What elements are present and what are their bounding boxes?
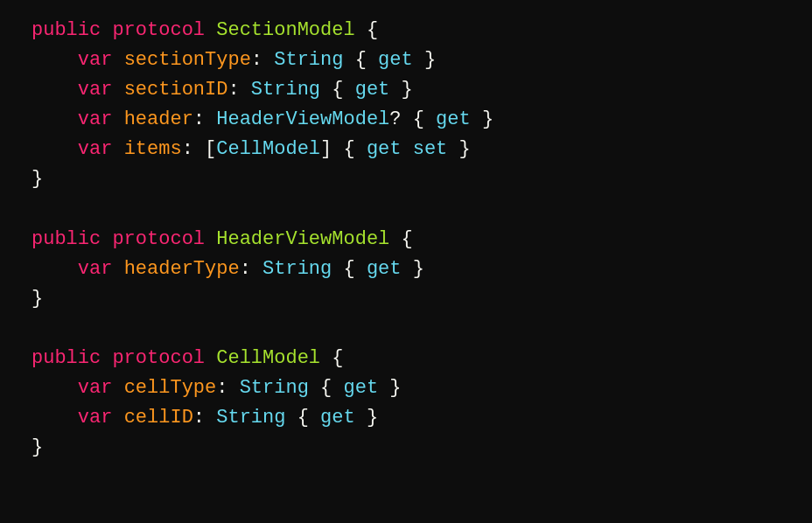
code-line: var cellID: String { get }	[0, 403, 812, 433]
code-token	[205, 344, 216, 373]
code-token: {	[402, 105, 437, 135]
code-token: HeaderViewModel	[216, 105, 389, 135]
code-token: :	[251, 45, 274, 75]
code-token	[101, 16, 112, 45]
code-token: String	[262, 255, 332, 284]
code-token: get	[436, 105, 471, 135]
code-token	[112, 373, 123, 403]
code-token: var	[78, 135, 113, 164]
code-token	[32, 135, 78, 164]
code-token: public	[32, 344, 101, 373]
code-token	[112, 135, 123, 164]
code-token: String	[251, 75, 320, 105]
code-token	[32, 373, 78, 403]
code-line: public protocol SectionModel {	[0, 16, 812, 45]
code-token: String	[240, 373, 309, 403]
code-token: {	[320, 75, 355, 105]
code-token: protocol	[112, 16, 205, 45]
code-token: get	[343, 373, 378, 403]
code-token: }	[32, 433, 43, 463]
code-token: :	[228, 75, 250, 105]
code-token: }	[32, 164, 43, 194]
code-token: {	[320, 344, 343, 373]
code-token	[32, 105, 78, 135]
code-token: {	[285, 403, 320, 433]
code-token: {	[355, 16, 378, 45]
code-line: }	[0, 284, 812, 314]
code-token: }	[378, 373, 401, 403]
code-line: }	[0, 164, 812, 194]
code-token: ?	[389, 105, 401, 135]
code-token: SectionModel	[216, 16, 354, 45]
code-token: sectionType	[124, 45, 251, 75]
code-token	[205, 225, 216, 255]
code-token: var	[78, 45, 113, 75]
code-line: var sectionID: String { get }	[0, 75, 812, 105]
blank-line	[0, 195, 812, 225]
code-line: var header: HeaderViewModel? { get }	[0, 105, 812, 135]
code-token: headerType	[124, 255, 240, 284]
code-token: }	[32, 284, 43, 314]
code-line: public protocol HeaderViewModel {	[0, 225, 812, 255]
code-token: var	[78, 75, 113, 105]
code-token: }	[447, 135, 470, 164]
code-token: get	[320, 403, 355, 433]
code-line: var items: [CellModel] { get set }	[0, 135, 812, 164]
code-token: public	[32, 225, 101, 255]
code-token: items	[124, 135, 182, 164]
code-token: :	[193, 403, 216, 433]
code-token: {	[309, 373, 344, 403]
code-token: var	[78, 373, 113, 403]
code-token: set	[413, 135, 448, 164]
code-token: String	[274, 45, 343, 75]
code-token: var	[78, 255, 113, 284]
code-token	[101, 225, 112, 255]
code-line: var sectionType: String { get }	[0, 45, 812, 75]
code-token: :	[193, 105, 216, 135]
code-token: }	[389, 75, 412, 105]
code-token	[101, 344, 112, 373]
code-token: {	[343, 45, 378, 75]
code-token: get	[355, 75, 390, 105]
code-line: public protocol CellModel {	[0, 344, 812, 373]
code-token: protocol	[112, 344, 205, 373]
code-token: :	[240, 255, 262, 284]
code-token	[32, 403, 78, 433]
code-token: :	[216, 373, 239, 403]
code-token	[402, 135, 413, 164]
code-token	[112, 105, 123, 135]
code-token: HeaderViewModel	[216, 225, 389, 255]
code-token: protocol	[112, 225, 205, 255]
code-token: ] {	[320, 135, 367, 164]
code-line: var headerType: String { get }	[0, 255, 812, 284]
code-token: get	[367, 255, 402, 284]
code-token: CellModel	[216, 344, 320, 373]
code-token: get	[378, 45, 413, 75]
code-token: }	[471, 105, 494, 135]
code-token	[32, 75, 78, 105]
code-token: var	[78, 403, 113, 433]
code-token: cellID	[124, 403, 193, 433]
code-token: : [	[182, 135, 217, 164]
code-token: var	[78, 105, 113, 135]
blank-line	[0, 314, 812, 344]
code-token: public	[32, 16, 101, 45]
code-token	[32, 255, 78, 284]
code-token	[32, 45, 78, 75]
code-token: sectionID	[124, 75, 228, 105]
code-token: CellModel	[216, 135, 320, 164]
code-line: var cellType: String { get }	[0, 373, 812, 403]
code-token: {	[389, 225, 412, 255]
code-token	[112, 75, 123, 105]
code-token	[205, 16, 216, 45]
code-line: }	[0, 433, 812, 463]
code-token: header	[124, 105, 193, 135]
code-token: }	[402, 255, 424, 284]
code-token	[112, 45, 123, 75]
code-editor: public protocol SectionModel { var secti…	[0, 0, 812, 523]
code-token: }	[413, 45, 436, 75]
code-token: }	[355, 403, 378, 433]
code-token: cellType	[124, 373, 217, 403]
code-token: String	[216, 403, 285, 433]
code-token: {	[332, 255, 367, 284]
